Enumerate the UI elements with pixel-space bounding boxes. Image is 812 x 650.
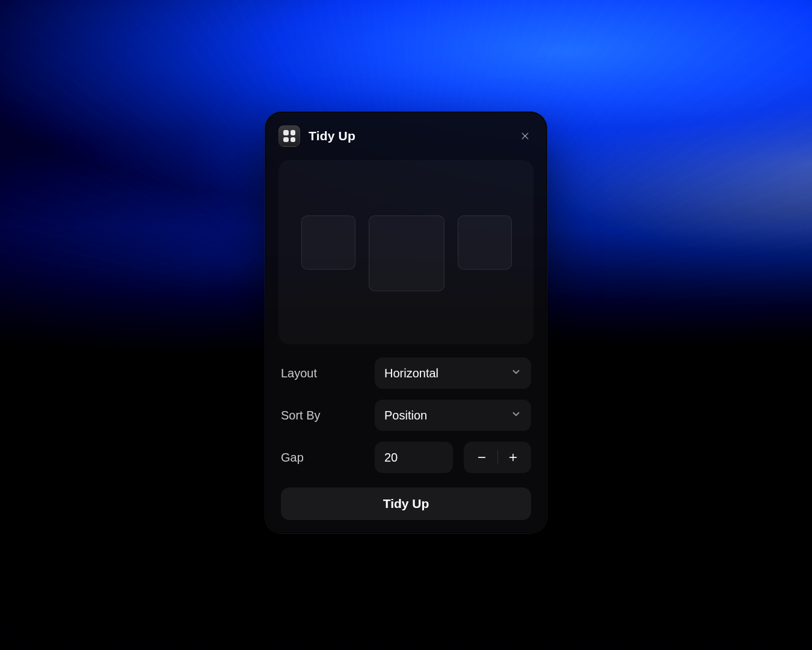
layout-row: Layout Horizontal — [281, 358, 531, 389]
sortby-select[interactable]: Position — [375, 400, 531, 431]
layout-label: Layout — [281, 367, 365, 380]
layout-preview — [278, 160, 534, 344]
layout-select[interactable]: Horizontal — [375, 358, 531, 389]
close-button[interactable] — [517, 128, 534, 144]
gap-value: 20 — [384, 451, 398, 465]
tidy-up-app-icon — [278, 125, 300, 147]
chevron-down-icon — [511, 367, 521, 380]
gap-decrement-button[interactable] — [471, 447, 493, 468]
sortby-row: Sort By Position — [281, 400, 531, 431]
gap-input[interactable]: 20 — [375, 442, 453, 473]
preview-card — [369, 215, 444, 291]
gap-label: Gap — [281, 451, 365, 465]
gap-row: Gap 20 — [281, 442, 531, 473]
plus-icon — [508, 452, 518, 463]
minus-icon — [476, 452, 487, 463]
preview-card — [458, 215, 512, 270]
tidy-up-modal: Tidy Up Layout Horizontal Sort By — [265, 111, 547, 534]
modal-title: Tidy Up — [309, 129, 355, 143]
close-icon — [520, 131, 530, 141]
modal-header: Tidy Up — [278, 125, 534, 147]
settings-form: Layout Horizontal Sort By Position Gap — [278, 358, 534, 520]
tidy-up-button-label: Tidy Up — [383, 497, 429, 511]
sortby-select-value: Position — [384, 409, 427, 422]
gap-stepper — [464, 442, 531, 473]
sortby-label: Sort By — [281, 409, 365, 422]
gap-increment-button[interactable] — [502, 447, 524, 468]
chevron-down-icon — [511, 409, 521, 422]
layout-select-value: Horizontal — [384, 367, 438, 380]
preview-card — [301, 215, 355, 270]
tidy-up-button[interactable]: Tidy Up — [281, 488, 531, 520]
